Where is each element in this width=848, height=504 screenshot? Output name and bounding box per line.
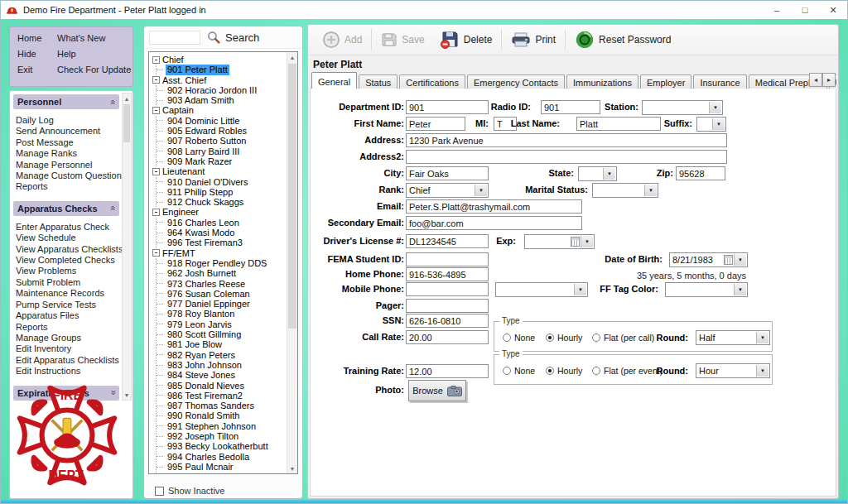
tree-item-903-adam-smith[interactable]: 903 Adam Smith <box>157 95 286 105</box>
tab-status[interactable]: Status <box>359 74 398 89</box>
sidebar-item-manage-groups[interactable]: Manage Groups <box>16 333 122 343</box>
tab-scroll-right-icon[interactable]: ▸ <box>822 73 836 87</box>
tree-item-901-peter-platt[interactable]: 901 Peter Platt <box>157 65 286 74</box>
tree-group-captain[interactable]: Captain <box>152 105 286 115</box>
ssn-input[interactable] <box>406 314 489 328</box>
tree-item-909-mark-razer[interactable]: 909 Mark Razer <box>157 156 286 166</box>
zip-input[interactable] <box>676 166 725 180</box>
ff-tag-color-select[interactable]: ▼ <box>665 282 748 297</box>
tree-item-983-john-johnson[interactable]: 983 John Johnson <box>157 360 286 370</box>
menu-item-what-s-new[interactable]: What's New <box>57 33 132 43</box>
sidebar-item-enter-apparatus-check[interactable]: Enter Apparatus Check <box>16 222 122 233</box>
tab-insurance[interactable]: Insurance <box>693 74 746 89</box>
menu-item-hide[interactable]: Hide <box>17 49 57 59</box>
training-type-flat-radio[interactable]: Flat (per event) <box>592 366 662 376</box>
collapse-expander-icon[interactable] <box>152 168 160 175</box>
call-type-hourly-radio[interactable]: Hourly <box>546 333 582 343</box>
add-button[interactable]: Add <box>315 28 369 51</box>
sidebar-item-manage-personnel[interactable]: Manage Personnel <box>16 160 122 170</box>
sidebar-item-apparatus-files[interactable]: Apparatus Files <box>16 310 122 321</box>
tree-item-991-stephen-johnson[interactable]: 991 Stephen Johnson <box>157 421 286 431</box>
tree-item-994-charles-bedolla[interactable]: 994 Charles Bedolla <box>157 452 286 462</box>
tree-item-908-larry-baird-iii[interactable]: 908 Larry Baird III <box>157 146 286 156</box>
mobile-phone-input[interactable] <box>406 282 489 296</box>
tree-group-chief[interactable]: Chief <box>152 55 286 65</box>
tree-item-918-roger-pendley-dds[interactable]: 918 Roger Pendley DDS <box>157 258 286 268</box>
home-phone-input[interactable] <box>406 267 489 281</box>
tree-item-904-dominic-little[interactable]: 904 Dominic Little <box>157 116 286 126</box>
sidebar-item-maintenance-records[interactable]: Maintenance Records <box>16 288 122 299</box>
section-header-personnel[interactable]: Personnel« <box>13 94 119 109</box>
sidebar-scrollbar[interactable]: ▲ ▼ <box>122 93 132 401</box>
sidebar-item-edit-inventory[interactable]: Edit Inventory <box>16 343 122 354</box>
tree-group-ff-emt[interactable]: FF/EMT <box>152 248 286 258</box>
tree-item-962-josh-burnett[interactable]: 962 Josh Burnett <box>157 268 286 278</box>
sidebar-item-view-schedule[interactable]: View Schedule <box>16 233 122 243</box>
chevron-up-icon[interactable]: « <box>108 206 116 211</box>
tree-group-asst-chief[interactable]: Asst. Chief <box>152 75 286 85</box>
tree-item-993-becky-lookatherbutt[interactable]: 993 Becky Lookatherbutt <box>157 441 286 451</box>
tab-employer[interactable]: Employer <box>640 74 691 89</box>
tree-item-910-daniel-o-divers[interactable]: 910 Daniel O'Divers <box>157 177 286 187</box>
collapse-expander-icon[interactable] <box>152 56 160 64</box>
sidebar-item-edit-apparatus-checklists[interactable]: Edit Apparatus Checklists <box>16 355 122 366</box>
search-button[interactable]: Search <box>207 31 259 44</box>
tree-item-973-charles-reese[interactable]: 973 Charles Reese <box>157 279 286 289</box>
pager-input[interactable] <box>406 299 489 313</box>
save-button[interactable]: Save <box>373 29 431 50</box>
menu-item-home[interactable]: Home <box>17 33 57 43</box>
sidebar-item-submit-problem[interactable]: Submit Problem <box>16 277 122 288</box>
tree-item-980-scott-gillming[interactable]: 980 Scott Gillming <box>157 329 286 339</box>
search-input[interactable] <box>149 31 200 45</box>
collapse-expander-icon[interactable] <box>152 209 160 216</box>
tree-item-976-susan-coleman[interactable]: 976 Susan Coleman <box>157 289 286 299</box>
tree-scrollbar[interactable]: ▲ ▼ <box>287 52 297 473</box>
exp-date-picker[interactable]: ▼ <box>524 234 595 249</box>
scroll-up-icon[interactable]: ▲ <box>123 94 131 103</box>
marital-status-select[interactable]: ▼ <box>592 183 658 198</box>
maximize-button[interactable]: □ <box>791 1 819 19</box>
tree-group-engineer[interactable]: Engineer <box>152 207 286 217</box>
tree-item-996-test-fireman3[interactable]: 996 Test Fireman3 <box>157 238 286 247</box>
tree-item-985-donald-nieves[interactable]: 985 Donald Nieves <box>157 381 286 391</box>
tree-item-979-leon-jarvis[interactable]: 979 Leon Jarvis <box>157 319 286 329</box>
scroll-down-icon[interactable]: ▼ <box>123 390 131 400</box>
suffix-select[interactable]: ▼ <box>696 117 726 132</box>
sidebar-item-reports[interactable]: Reports <box>16 181 122 192</box>
call-round-select[interactable]: Half▼ <box>696 330 770 345</box>
first-name-input[interactable] <box>406 117 465 131</box>
secondary-email-input[interactable] <box>406 216 582 230</box>
show-inactive-checkbox[interactable] <box>155 487 164 496</box>
sidebar-item-reports[interactable]: Reports <box>16 322 122 333</box>
tab-certifications[interactable]: Certifications <box>399 74 465 89</box>
scroll-down-icon[interactable]: ▼ <box>287 463 297 473</box>
tree-item-987-thomas-sanders[interactable]: 987 Thomas Sanders <box>157 401 286 410</box>
collapse-expander-icon[interactable] <box>152 249 160 257</box>
menu-item-check-for-update[interactable]: Check For Update <box>57 65 132 74</box>
tree-item-995-paul-mcnair[interactable]: 995 Paul Mcnair <box>157 462 286 472</box>
scrollbar-thumb[interactable] <box>288 64 296 329</box>
tab-general[interactable]: General <box>311 72 357 89</box>
email-input[interactable] <box>406 199 582 214</box>
mobile-carrier-select[interactable]: ▼ <box>495 282 588 297</box>
section-header-apparatus-checks[interactable]: Apparatus Checks« <box>13 201 119 216</box>
tree-item-978-roy-blanton[interactable]: 978 Roy Blanton <box>157 309 286 319</box>
tree-item-982-ryan-peters[interactable]: 982 Ryan Peters <box>157 350 286 360</box>
tree-item-977-daniel-eppinger[interactable]: 977 Daniel Eppinger <box>157 299 286 309</box>
tree-item-986-test-fireman2[interactable]: 986 Test Fireman2 <box>157 391 286 401</box>
collapse-expander-icon[interactable] <box>152 76 160 84</box>
tab-immunizations[interactable]: Immunizations <box>566 74 638 89</box>
delete-button[interactable]: Delete <box>432 28 500 51</box>
tree-item-902-horacio-jordon-iii[interactable]: 902 Horacio Jordon III <box>157 85 286 95</box>
sidebar-item-send-announcement[interactable]: Send Announcement <box>16 126 122 137</box>
scrollbar-thumb[interactable] <box>123 104 130 142</box>
scroll-up-icon[interactable]: ▲ <box>287 52 297 62</box>
tree-item-992-joseph-tilton[interactable]: 992 Joseph Tilton <box>157 431 286 441</box>
menu-item-help[interactable]: Help <box>57 49 132 59</box>
fema-student-id-input[interactable] <box>406 252 489 266</box>
photo-browse-button[interactable]: Browse <box>408 380 466 401</box>
sidebar-item-daily-log[interactable]: Daily Log <box>16 115 122 126</box>
sidebar-item-view-apparatus-checklists[interactable]: View Apparatus Checklists <box>16 244 122 255</box>
chevron-up-icon[interactable]: « <box>108 99 116 104</box>
training-type-none-radio[interactable]: None <box>503 366 535 376</box>
